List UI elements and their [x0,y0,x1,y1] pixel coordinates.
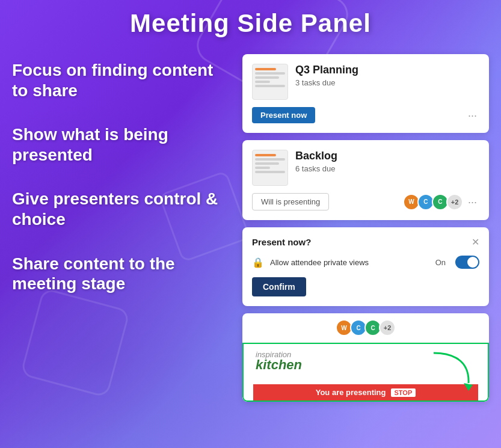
bl-thumb-line-3 [255,162,279,165]
presenting-avatars: W C C +2 [242,313,489,343]
backlog-card-footer: Will is presenting W C C +2 ··· [252,193,479,210]
q3-planning-card: Q3 Planning 3 tasks due Present now ··· [242,54,489,133]
confirm-button[interactable]: Confirm [252,277,306,296]
toggle-status: On [435,258,446,267]
backlog-subtitle: 6 tasks due [295,164,479,173]
right-panel: Q3 Planning 3 tasks due Present now ··· … [242,54,489,402]
bl-thumb-line-1 [255,154,276,156]
avatar-count: +2 [446,194,463,210]
present-now-button[interactable]: Present now [252,107,315,123]
will-presenting-button[interactable]: Will is presenting [252,193,329,210]
q3-card-header: Q3 Planning 3 tasks due [252,64,479,100]
presenting-card: W C C +2 inspiration kitchen You are pre… [242,313,489,402]
left-item-focus: Focus on finding content to share [12,60,229,100]
left-item-show: Show what is being presented [12,124,229,165]
confirm-title: Present now? [252,237,311,247]
backlog-thumbnail [252,150,288,186]
toggle-row: 🔒 Allow attendee private views On [252,256,479,269]
backlog-more-button[interactable]: ··· [466,194,479,210]
bl-thumb-line-2 [255,158,285,161]
q3-card-footer: Present now ··· [252,107,479,123]
private-views-toggle[interactable] [455,256,479,269]
presenting-content: inspiration kitchen You are presenting S… [242,343,489,402]
you-presenting-text: You are presenting [316,388,386,397]
stop-badge[interactable]: STOP [391,388,416,397]
backlog-footer-right: W C C +2 ··· [403,194,479,210]
thumb-line-3 [255,76,279,79]
q3-title: Q3 Planning [295,64,479,76]
thumb-line-4 [255,81,270,83]
handwriting-kitchen: kitchen [256,357,302,373]
toggle-label: Allow attendee private views [270,258,429,267]
backlog-avatar-group: W C C +2 [403,194,463,210]
q3-card-info: Q3 Planning 3 tasks due [295,64,479,87]
left-panel: Focus on finding content to share Show w… [12,60,229,318]
left-item-give: Give presenters control & choice [12,189,229,229]
thumb-line-5 [255,85,285,87]
q3-subtitle: 3 tasks due [295,78,479,87]
q3-thumbnail [252,64,288,100]
thumb-line-2 [255,72,285,75]
backlog-title: Backlog [295,150,479,162]
thumb-line-1 [255,68,276,70]
svg-marker-0 [464,383,473,391]
q3-more-button[interactable]: ··· [466,108,479,123]
backlog-card-info: Backlog 6 tasks due [295,150,479,173]
left-item-share: Share content to the meeting stage [12,254,229,294]
page-title: Meeting Side Panel [0,9,501,38]
backlog-card: Backlog 6 tasks due Will is presenting W… [242,140,489,220]
lock-icon: 🔒 [252,257,264,268]
bl-thumb-line-5 [255,171,285,173]
backlog-card-header: Backlog 6 tasks due [252,150,479,186]
bl-thumb-line-4 [255,167,270,169]
confirm-dialog: Present now? ✕ 🔒 Allow attendee private … [242,227,489,306]
pres-avatar-count: +2 [379,319,396,336]
confirm-close-button[interactable]: ✕ [472,238,479,247]
arrow-icon [428,350,476,392]
confirm-header: Present now? ✕ [252,237,479,247]
